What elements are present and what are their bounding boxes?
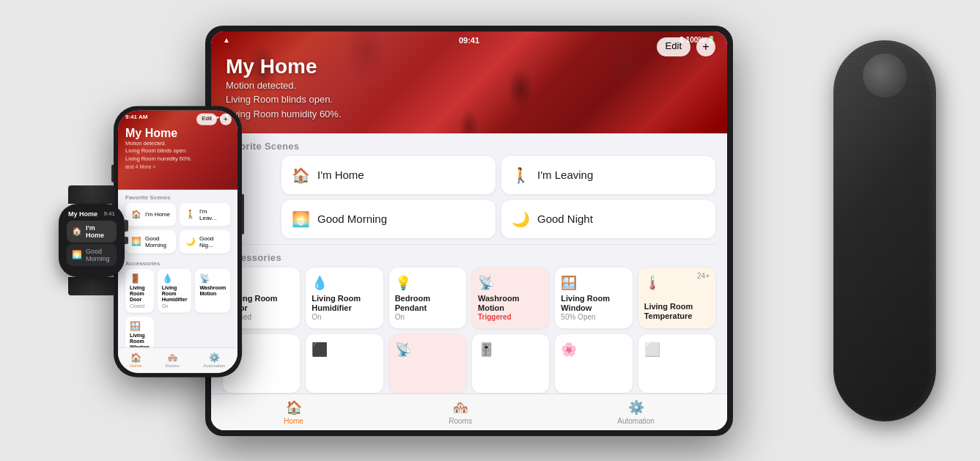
ipad-acc-window-title: Living Room Window bbox=[561, 294, 626, 313]
ipad-acc-window-icon: 🪟 bbox=[561, 275, 626, 291]
ipad-scene-morning-label: Good Morning bbox=[317, 213, 387, 225]
iphone-tab-home-label: Home bbox=[130, 364, 141, 368]
iphone-scene-leaving-label: I'm Leav... bbox=[199, 207, 224, 221]
iphone-silent-switch bbox=[111, 164, 114, 182]
iphone-tab-rooms[interactable]: 🏘️ Rooms bbox=[166, 353, 180, 368]
iphone-edit-button[interactable]: Edit bbox=[196, 113, 217, 125]
ipad-scenes-grid: 🏠 I'm Home 🚶 I'm Leaving 🌅 Good Morning bbox=[270, 156, 727, 244]
ipad-acc-r2-5-icon: 🌸 bbox=[561, 342, 626, 358]
ipad-acc-r2-6[interactable]: ⬜ bbox=[638, 334, 715, 393]
ipad-acc-humidifier-title: Living Room Humidifier bbox=[312, 294, 377, 313]
ipad-acc-window[interactable]: 🪟 Living Room Window 50% Open bbox=[555, 268, 632, 328]
watch-app-title: My Home bbox=[68, 210, 97, 218]
ipad-acc-r2-2[interactable]: ⬛ bbox=[306, 334, 383, 393]
ipad-tab-home[interactable]: 🏠 Home bbox=[284, 399, 303, 425]
ipad-scene-night[interactable]: 🌙 Good Night bbox=[501, 200, 715, 238]
apple-watch: My Home 9:41 🏠 I'm Home 🌅 Good Morning bbox=[44, 185, 139, 299]
iphone-scene-leaving-icon: 🚶 bbox=[185, 210, 196, 219]
ipad-statusbar: ▲ 09:41 $ 100% 🔋 bbox=[211, 32, 727, 49]
iphone-tab-auto-label: Automation bbox=[203, 364, 225, 368]
watch-statusbar: My Home 9:41 bbox=[62, 207, 121, 219]
ipad-acc-r2-3[interactable]: 📡 bbox=[389, 334, 466, 393]
iphone-scene-night[interactable]: 🌙 Good Nig... bbox=[180, 229, 230, 253]
iphone-edit-row: Edit + bbox=[196, 113, 232, 125]
ipad-tab-rooms-label: Rooms bbox=[449, 417, 472, 425]
iphone-acc-humidifier[interactable]: 💧 Living Room Humidifier On bbox=[158, 268, 192, 312]
iphone-scene-leaving[interactable]: 🚶 I'm Leav... bbox=[180, 202, 230, 226]
iphone-acc-window-icon: 🪟 bbox=[130, 320, 150, 331]
iphone-more[interactable]: and 4 More > bbox=[125, 164, 230, 169]
watch-scene-home[interactable]: 🏠 I'm Home bbox=[67, 221, 117, 243]
ipad-tab-auto-icon: ⚙️ bbox=[628, 399, 644, 416]
ipad-screen: ▲ 09:41 $ 100% 🔋 Edit + My Home Moti bbox=[211, 32, 727, 430]
ipad-header: My Home Motion detected.Living Room blin… bbox=[211, 49, 727, 126]
ipad-tab-auto-label: Automation bbox=[617, 417, 655, 425]
ipad-scene-home[interactable]: 🏠 I'm Home bbox=[281, 156, 495, 194]
iphone-tab-automation[interactable]: ⚙️ Automation bbox=[203, 353, 225, 368]
watch-band-top bbox=[68, 185, 115, 204]
location-icon: ▲ bbox=[223, 36, 230, 44]
iphone-tabbar: 🏠 Home 🏘️ Rooms ⚙️ Automation bbox=[118, 347, 237, 372]
iphone-scene-morning-label: Good Morning bbox=[145, 235, 170, 248]
iphone-scene-home-label: I'm Home bbox=[145, 211, 170, 218]
iphone-acc-humidifier-icon: 💧 bbox=[162, 273, 188, 283]
ipad-edit-button[interactable]: Edit bbox=[657, 37, 690, 56]
ipad-accessories-title: Accessories bbox=[211, 245, 727, 268]
ipad-acc-temperature-badge: 24+ bbox=[697, 272, 710, 280]
homepod bbox=[833, 40, 936, 421]
iphone-add-button[interactable]: + bbox=[220, 113, 232, 125]
watch-time: 9:41 bbox=[103, 210, 115, 217]
iphone-acc-door-status: Closed bbox=[130, 303, 150, 308]
watch-screen: My Home 9:41 🏠 I'm Home 🌅 Good Morning bbox=[62, 207, 121, 273]
ipad-tab-automation[interactable]: ⚙️ Automation bbox=[617, 399, 655, 425]
ipad-acc-temperature-title: Living Room Temperature bbox=[644, 302, 710, 321]
iphone-scene-night-icon: 🌙 bbox=[185, 237, 196, 246]
ipad-tabbar: 🏠 Home 🏘️ Rooms ⚙️ Automation bbox=[211, 394, 727, 430]
ipad-content: My Home Motion detected.Living Room blin… bbox=[211, 49, 727, 430]
ipad-acc-r2-5[interactable]: 🌸 bbox=[555, 334, 632, 393]
watch-morning-label: Good Morning bbox=[86, 248, 111, 262]
iphone-acc-motion-title: Washroom Motion bbox=[199, 284, 226, 297]
ipad-scene-leaving[interactable]: 🚶 I'm Leaving bbox=[501, 156, 715, 194]
watch-band-bottom bbox=[68, 277, 115, 295]
ipad-acc-temperature[interactable]: 24+ 🌡️ Living Room Temperature bbox=[638, 268, 715, 328]
watch-scene-morning[interactable]: 🌅 Good Morning bbox=[67, 244, 117, 266]
ipad-body: Favorite Scenes 🏠 I'm Home 🚶 I'm Leaving bbox=[211, 133, 727, 430]
ipad-acc-humidifier-icon: 💧 bbox=[312, 275, 377, 291]
ipad-scene-leaving-label: I'm Leaving bbox=[537, 169, 593, 181]
homepod-top-surface bbox=[863, 54, 907, 97]
ipad-scene-home-label: I'm Home bbox=[317, 169, 364, 181]
ipad-acc-r2-2-icon: ⬛ bbox=[312, 342, 377, 358]
ipad-tab-rooms-icon: 🏘️ bbox=[452, 399, 468, 416]
ipad-acc-motion[interactable]: 📡 Washroom Motion Triggered bbox=[472, 268, 549, 328]
ipad-time: 09:41 bbox=[459, 36, 479, 45]
ipad-scene-night-label: Good Night bbox=[537, 213, 593, 225]
ipad-acc-pendant-icon: 💡 bbox=[395, 275, 460, 291]
watch-frame: My Home 9:41 🏠 I'm Home 🌅 Good Morning bbox=[59, 204, 125, 277]
ipad-add-button[interactable]: + bbox=[696, 37, 715, 56]
watch-home-label: I'm Home bbox=[86, 224, 111, 239]
ipad-acc-motion-icon: 📡 bbox=[478, 275, 543, 291]
watch-side-button bbox=[125, 237, 128, 244]
iphone-time: 9:41 AM bbox=[125, 114, 147, 120]
ipad-acc-pendant[interactable]: 💡 Bedroom Pendant On bbox=[389, 268, 466, 328]
ipad-acc-humidifier[interactable]: 💧 Living Room Humidifier On bbox=[306, 268, 383, 328]
ipad-scenes-section-title: Favorite Scenes bbox=[211, 133, 727, 156]
ipad-acc-pendant-status: On bbox=[395, 313, 460, 321]
iphone-header: My Home Motion detected.Living Room blin… bbox=[118, 123, 237, 172]
iphone-scene-night-label: Good Nig... bbox=[199, 235, 224, 248]
ipad-acc-r2-3-icon: 📡 bbox=[395, 342, 460, 358]
ipad-acc-humidifier-status: On bbox=[312, 313, 377, 321]
iphone-acc-humidifier-status: On bbox=[162, 303, 188, 308]
iphone-tab-home-icon: 🏠 bbox=[130, 353, 141, 363]
ipad-acc-r2-4[interactable]: 🎚️ bbox=[472, 334, 549, 393]
iphone-acc-motion[interactable]: 📡 Washroom Motion bbox=[195, 268, 230, 312]
iphone-tab-rooms-label: Rooms bbox=[166, 364, 180, 368]
ipad-tab-home-icon: 🏠 bbox=[286, 399, 302, 416]
ipad-frame: ▲ 09:41 $ 100% 🔋 Edit + My Home Moti bbox=[205, 26, 733, 436]
iphone-tab-rooms-icon: 🏘️ bbox=[167, 353, 178, 363]
ipad-tab-rooms[interactable]: 🏘️ Rooms bbox=[449, 399, 472, 425]
ipad-scene-morning[interactable]: 🌅 Good Morning bbox=[281, 200, 495, 238]
ipad-status-left: ▲ bbox=[223, 36, 230, 44]
iphone-tab-home[interactable]: 🏠 Home bbox=[130, 353, 141, 368]
